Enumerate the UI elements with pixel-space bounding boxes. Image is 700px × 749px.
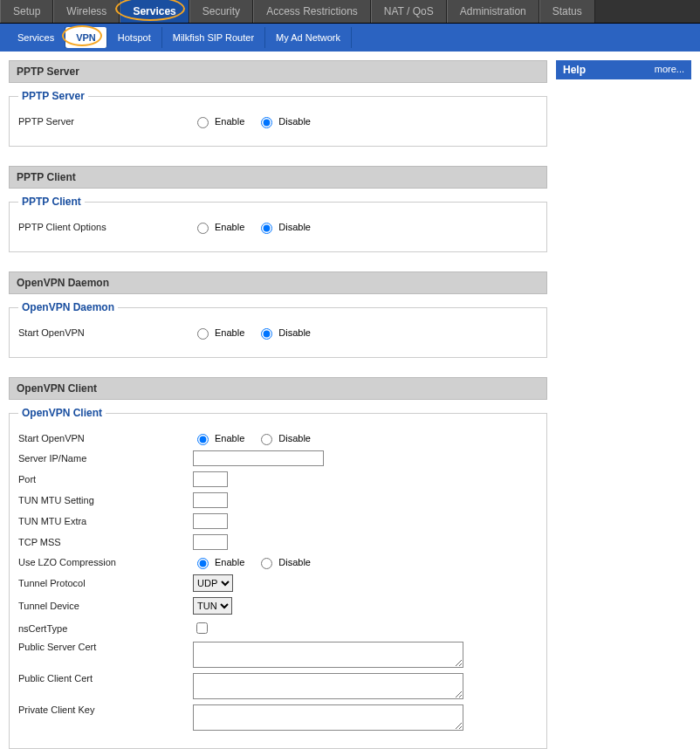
legend-openvpn-client: OpenVPN Client — [18, 407, 106, 419]
fieldset-pptp-client: PPTP Client PPTP Client Options Enable D… — [9, 196, 547, 252]
radio-openvpn-client-enable[interactable] — [197, 434, 209, 445]
label-private-client-key: Private Client Key — [18, 704, 193, 715]
nav-services-label: Services — [133, 5, 175, 17]
section-header-pptp-client: PPTP Client — [9, 166, 547, 189]
nav-wireless[interactable]: Wireless — [53, 0, 120, 23]
nav-security[interactable]: Security — [189, 0, 253, 23]
subnav-vpn-label: VPN — [76, 32, 96, 43]
subnav-milkfish[interactable]: Milkfish SIP Router — [162, 27, 265, 48]
input-tun-mtu-extra[interactable] — [193, 513, 228, 529]
label-nscerttype: nsCertType — [18, 623, 193, 634]
label-public-server-cert: Public Server Cert — [18, 642, 193, 652]
label-server-ip: Server IP/Name — [18, 453, 193, 464]
input-tun-mtu[interactable] — [193, 492, 228, 508]
legend-pptp-server: PPTP Server — [18, 90, 88, 102]
label-enable: Enable — [215, 433, 244, 443]
label-enable: Enable — [215, 557, 244, 567]
radio-openvpn-daemon-disable[interactable] — [261, 328, 272, 340]
subnav-vpn[interactable]: VPN — [65, 27, 107, 48]
section-header-pptp-server: PPTP Server — [9, 60, 547, 83]
legend-pptp-client: PPTP Client — [18, 196, 85, 208]
radio-pptp-client-disable[interactable] — [261, 223, 272, 234]
label-start-openvpn-daemon: Start OpenVPN — [18, 327, 193, 338]
label-disable: Disable — [278, 116, 311, 127]
fieldset-openvpn-client: OpenVPN Client Start OpenVPN Enable Disa… — [9, 407, 547, 749]
label-tunnel-protocol: Tunnel Protocol — [18, 578, 193, 588]
label-tun-mtu-extra: TUN MTU Extra — [18, 516, 193, 526]
radio-pptp-client-enable[interactable] — [197, 223, 209, 234]
label-disable: Disable — [278, 327, 311, 338]
input-server-ip[interactable] — [193, 450, 324, 466]
label-tun-mtu: TUN MTU Setting — [18, 495, 193, 505]
input-port[interactable] — [193, 471, 228, 487]
select-tunnel-protocol[interactable]: UDP TCP — [193, 574, 233, 592]
subnav-hotspot[interactable]: Hotspot — [107, 27, 162, 48]
nav-setup[interactable]: Setup — [0, 0, 53, 23]
radio-openvpn-client-disable[interactable] — [261, 434, 272, 445]
main-content: PPTP Server PPTP Server PPTP Server Enab… — [9, 60, 547, 749]
textarea-public-server-cert[interactable] — [193, 642, 463, 668]
label-disable: Disable — [278, 222, 311, 232]
nav-services[interactable]: Services — [120, 0, 189, 23]
label-start-openvpn-client: Start OpenVPN — [18, 433, 193, 443]
label-tunnel-device: Tunnel Device — [18, 601, 193, 611]
help-title: Help — [563, 64, 586, 76]
textarea-private-client-key[interactable] — [193, 704, 463, 731]
label-tcp-mss: TCP MSS — [18, 537, 193, 547]
section-header-openvpn-daemon: OpenVPN Daemon — [9, 271, 547, 294]
radio-lzo-enable[interactable] — [197, 558, 209, 569]
input-tcp-mss[interactable] — [193, 534, 228, 550]
label-pptp-client-options: PPTP Client Options — [18, 222, 193, 232]
textarea-public-client-cert[interactable] — [193, 673, 463, 699]
help-box: Help more... — [556, 60, 691, 79]
label-pptp-server: PPTP Server — [18, 116, 193, 127]
subnav-services[interactable]: Services — [7, 27, 65, 48]
label-enable: Enable — [215, 222, 244, 232]
label-disable: Disable — [278, 433, 311, 443]
label-enable: Enable — [215, 327, 244, 338]
sub-nav: Services VPN Hotspot Milkfish SIP Router… — [0, 24, 700, 52]
nav-access-restrictions[interactable]: Access Restrictions — [253, 0, 371, 23]
top-nav: Setup Wireless Services Security Access … — [0, 0, 700, 24]
label-enable: Enable — [215, 116, 244, 127]
radio-lzo-disable[interactable] — [261, 558, 272, 569]
label-lzo: Use LZO Compression — [18, 557, 193, 567]
section-header-openvpn-client: OpenVPN Client — [9, 377, 547, 400]
label-public-client-cert: Public Client Cert — [18, 673, 193, 684]
radio-openvpn-daemon-enable[interactable] — [197, 328, 209, 340]
radio-pptp-server-disable[interactable] — [261, 117, 272, 128]
fieldset-openvpn-daemon: OpenVPN Daemon Start OpenVPN Enable Disa… — [9, 301, 547, 358]
nav-status[interactable]: Status — [539, 0, 595, 23]
legend-openvpn-daemon: OpenVPN Daemon — [18, 301, 118, 313]
radio-pptp-server-enable[interactable] — [197, 117, 209, 128]
nav-nat-qos[interactable]: NAT / QoS — [371, 0, 447, 23]
select-tunnel-device[interactable]: TUN TAP — [193, 597, 232, 615]
label-disable: Disable — [278, 557, 311, 567]
subnav-ad-network[interactable]: My Ad Network — [265, 27, 352, 48]
fieldset-pptp-server: PPTP Server PPTP Server Enable Disable — [9, 90, 547, 147]
checkbox-nscerttype[interactable] — [196, 622, 208, 634]
label-port: Port — [18, 474, 193, 484]
nav-administration[interactable]: Administration — [447, 0, 539, 23]
sidebar: Help more... — [556, 60, 691, 79]
help-more-link[interactable]: more... — [655, 64, 684, 76]
